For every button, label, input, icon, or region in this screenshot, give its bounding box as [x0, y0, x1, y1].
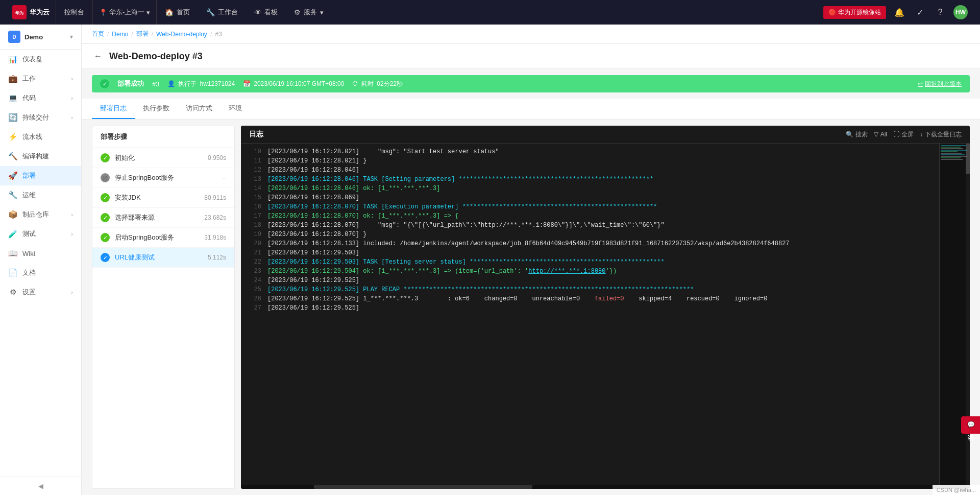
- notification-btn[interactable]: 🔔: [892, 5, 906, 19]
- tab-environment[interactable]: 环境: [220, 99, 250, 119]
- sidebar-item-test[interactable]: 🧪 测试 ›: [0, 224, 81, 244]
- sidebar: D Demo ▾ 📊 仪表盘 💼 工作 › 💻 代码 › 🔄 持续交付 › ⚡ …: [0, 25, 82, 495]
- status-text: 部署成功: [117, 79, 144, 88]
- step-stop-springboot[interactable]: ⊘ 停止SpringBoot服务 --: [92, 168, 234, 188]
- log-filter-btn[interactable]: ▽ All: [874, 131, 887, 138]
- nav-service[interactable]: ⚙ 服务 ▾: [286, 0, 332, 25]
- sidebar-item-build[interactable]: 🔨 编译构建: [0, 147, 81, 166]
- test-arrow-icon: ›: [71, 231, 73, 237]
- region-selector[interactable]: 📍 华东-上海一 ▾: [93, 0, 157, 25]
- sidebar-item-work[interactable]: 💼 工作 ›: [0, 69, 81, 88]
- log-num-13: 13: [247, 176, 261, 184]
- sidebar-item-code[interactable]: 💻 代码 ›: [0, 88, 81, 108]
- rollback-icon: ↩: [918, 80, 923, 87]
- log-line-23: 23 [2023/06/19 16:12:29.504] ok: [1_***.…: [241, 267, 939, 276]
- sidebar-item-deploy-label: 部署: [22, 171, 73, 180]
- step-select-deploy-source[interactable]: ✓ 选择部署来源 23.682s: [92, 208, 234, 228]
- log-num-12: 12: [247, 167, 261, 175]
- support-icon: 💬: [967, 420, 974, 428]
- log-text-27: [2023/06/19 16:12:29.525]: [267, 304, 933, 313]
- test-icon: 🧪: [8, 229, 17, 239]
- log-content[interactable]: 10 [2023/06/19 16:12:28.021] "msg": "Sta…: [241, 144, 939, 485]
- top-navigation: 华为 华为云 控制台 📍 华东-上海一 ▾ 🏠 首页 🔧 工作台 👁 看板 ⚙ …: [0, 0, 980, 25]
- log-num-27: 27: [247, 304, 261, 313]
- executor-label: 执行于: [178, 80, 197, 88]
- sidebar-item-cicd-label: 持续交付: [22, 113, 66, 122]
- mirror-icon: 🔴: [828, 9, 836, 16]
- log-text-16: [2023/06/19 16:12:28.070] TASK [Executio…: [267, 203, 933, 211]
- log-search-label: 搜索: [855, 130, 868, 139]
- docs-icon: 📄: [8, 268, 17, 277]
- log-num-14: 14: [247, 185, 261, 193]
- svg-text:华为: 华为: [15, 11, 23, 15]
- sidebar-item-docs[interactable]: 📄 文档: [0, 263, 81, 282]
- artifacts-icon: 📦: [8, 210, 17, 219]
- filter-icon: ▽: [874, 131, 878, 138]
- breadcrumb-demo[interactable]: Demo: [112, 31, 128, 38]
- step-stop-status-icon: ⊘: [101, 173, 110, 182]
- step-start-springboot[interactable]: ✓ 启动SpringBoot服务 31.918s: [92, 228, 234, 248]
- nav-workbench-label: 工作台: [218, 8, 238, 17]
- logo-icon: 华为: [12, 5, 27, 19]
- log-num-18: 18: [247, 222, 261, 230]
- rollback-btn[interactable]: ↩ 回退到此版本: [918, 80, 962, 88]
- log-horizontal-scrollbar[interactable]: [241, 485, 970, 489]
- workbench-icon: 🔧: [206, 8, 215, 16]
- tab-exec-params[interactable]: 执行参数: [135, 99, 178, 119]
- breadcrumb-sep-2: /: [131, 31, 133, 38]
- sidebar-item-dashboard[interactable]: 📊 仪表盘: [0, 50, 81, 69]
- tab-deploy-log[interactable]: 部署日志: [92, 99, 135, 119]
- log-line-18: 18 [2023/06/19 16:12:28.070] "msg": "{\"…: [241, 221, 939, 230]
- region-label: 华东-上海一: [109, 8, 144, 17]
- nav-home[interactable]: 🏠 首页: [157, 0, 198, 25]
- log-search-btn[interactable]: 🔍 搜索: [846, 130, 868, 139]
- help-icon[interactable]: ?: [933, 5, 947, 19]
- mirror-station-btn[interactable]: 🔴 华为开源镜像站: [823, 6, 886, 19]
- breadcrumb-home[interactable]: 首页: [92, 30, 104, 38]
- log-line-20: 20 [2023/06/19 16:12:28.133] included: /…: [241, 240, 939, 249]
- log-wrapper: 10 [2023/06/19 16:12:28.021] "msg": "Sta…: [241, 144, 970, 485]
- sidebar-item-pipeline[interactable]: ⚡ 流水线: [0, 127, 81, 147]
- sidebar-item-work-label: 工作: [22, 74, 66, 83]
- step-install-jdk[interactable]: ✓ 安装JDK 80.911s: [92, 188, 234, 208]
- sidebar-item-pipeline-label: 流水线: [22, 132, 73, 142]
- step-init[interactable]: ✓ 初始化 0.950s: [92, 148, 234, 168]
- sidebar-item-ops[interactable]: 🔧 运维: [0, 185, 81, 205]
- user-avatar[interactable]: HW: [953, 5, 968, 19]
- log-text-24: [2023/06/19 16:12:29.525]: [267, 277, 933, 285]
- board-icon: 👁: [254, 8, 261, 16]
- sidebar-item-wiki[interactable]: 📖 Wiki: [0, 244, 81, 263]
- logo[interactable]: 华为 华为云: [6, 0, 56, 25]
- sidebar-item-settings[interactable]: ⚙ 设置 ›: [0, 282, 81, 302]
- log-fullscreen-btn[interactable]: ⛶ 全屏: [893, 130, 914, 139]
- back-button[interactable]: ←: [92, 50, 104, 62]
- sidebar-item-docs-label: 文档: [22, 268, 73, 277]
- log-num-20: 20: [247, 240, 261, 248]
- check-icon[interactable]: ✓: [913, 5, 927, 19]
- log-num-21: 21: [247, 249, 261, 257]
- chevron-service-icon: ▾: [320, 9, 324, 16]
- tab-access-mode[interactable]: 访问方式: [178, 99, 220, 119]
- log-text-12: [2023/06/19 16:12:28.046]: [267, 167, 933, 175]
- steps-panel: 部署步骤 ✓ 初始化 0.950s ⊘ 停止SpringBoot服务 -- ✓ …: [92, 126, 235, 489]
- sidebar-collapse-btn[interactable]: ◀: [0, 477, 81, 495]
- nav-board[interactable]: 👁 看板: [246, 0, 286, 25]
- float-support-btn[interactable]: 💬 咨询: [961, 416, 980, 434]
- nav-board-label: 看板: [264, 8, 278, 17]
- breadcrumb-web-demo[interactable]: Web-Demo-deploy: [156, 31, 207, 38]
- sidebar-item-code-label: 代码: [22, 93, 66, 103]
- wiki-icon: 📖: [8, 249, 17, 258]
- breadcrumb-sep-4: /: [210, 31, 212, 38]
- sidebar-item-cicd[interactable]: 🔄 持续交付 ›: [0, 108, 81, 127]
- status-success-icon: ✓: [100, 79, 109, 88]
- breadcrumb-deploy[interactable]: 部署: [136, 30, 149, 38]
- project-selector[interactable]: D Demo ▾: [0, 25, 81, 50]
- sidebar-item-artifacts[interactable]: 📦 制品仓库 ›: [0, 205, 81, 224]
- sidebar-item-deploy[interactable]: 🚀 部署: [0, 166, 81, 185]
- log-download-btn[interactable]: ↓ 下载全量日志: [920, 130, 962, 139]
- collapse-icon: ◀: [38, 482, 43, 490]
- nav-workbench[interactable]: 🔧 工作台: [198, 0, 246, 25]
- step-url-health[interactable]: ✓ URL健康测试 5.112s: [92, 248, 234, 268]
- artifacts-arrow-icon: ›: [71, 211, 73, 218]
- control-panel-link[interactable]: 控制台: [56, 0, 93, 25]
